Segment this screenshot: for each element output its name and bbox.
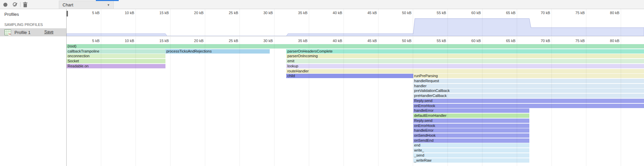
flame-bar-onsendend[interactable]: onSendEnd [413,138,529,143]
trash-icon [23,2,28,8]
ruler-tick-label: 75 kB [575,39,586,43]
clear-icon [13,2,17,6]
ruler-tick-label: 15 kB [159,39,171,43]
ruler-tick-label: 65 kB [506,39,517,43]
record-button[interactable] [2,1,9,8]
flame-bar--root-[interactable]: (root) [67,44,644,48]
flame-bar-lookup[interactable]: lookup [286,64,644,68]
flame-bar-prehandlercallback[interactable]: preHandlerCallback [413,94,644,98]
flame-bar--writeraw[interactable]: _writeRaw [413,158,529,163]
percent-glyph: % [8,33,11,36]
flame-bar-onconnection[interactable]: onconnection [67,54,165,58]
save-profile-link[interactable]: Save [44,30,53,34]
ruler-tick-label: 45 kB [367,11,378,15]
record-icon [3,3,7,7]
flame-bar-onerrorhook[interactable]: onErrorHook [413,104,644,108]
flame-bar-handleerror[interactable]: handleError [413,128,529,133]
ruler-tick-label: 10 kB [125,11,136,15]
flame-bar-reply-send[interactable]: Reply.send [413,99,644,103]
ruler-tick-label: 45 kB [367,39,378,43]
ruler-tick-label: 35 kB [298,39,309,43]
memory-profiler-panel: Chart ▼ Profiles SAMPLING PROFILES % Pro… [0,0,644,166]
ruler-tick-label: 30 kB [263,39,274,43]
ruler-tick-label: 30 kB [263,11,274,15]
flame-bar-routehandler[interactable]: routeHandler [286,69,644,73]
flame-bar-callbacktrampoline[interactable]: callbackTrampoline [67,49,165,54]
flame-chart-ruler: 5 kB10 kB15 kB20 kB25 kB30 kB35 kB40 kB4… [67,37,644,44]
overview-ruler: 5 kB10 kB15 kB20 kB25 kB30 kB35 kB40 kB4… [67,9,644,36]
ruler-tick-label: 55 kB [437,39,448,43]
ruler-tick-label: 80 kB [610,11,621,15]
view-mode-value: Chart [63,2,73,7]
allocation-chart-pane: 5 kB10 kB15 kB20 kB25 kB30 kB35 kB40 kB4… [67,9,644,166]
ruler-tick-label: 50 kB [402,39,413,43]
flame-bar--send[interactable]: _send [413,153,529,158]
sidebar-item-profile-1[interactable]: % Profile 1 Save [0,28,66,36]
flame-bar-handleerror[interactable]: handleError [413,108,529,113]
sampling-profile-icon: % [4,29,11,35]
ruler-tick-label: 25 kB [229,39,240,43]
ruler-tick-label: 25 kB [229,11,240,15]
active-tab-underline [96,0,119,1]
ruler-tick-label: 50 kB [402,11,413,15]
flame-bar-parseronheaderscomplete[interactable]: parserOnHeadersComplete [286,49,644,54]
ruler-tick-label: 5 kB [92,39,101,43]
sampling-profiles-header: SAMPLING PROFILES [4,23,43,27]
flame-bar-onerrorhook[interactable]: onErrorHook [413,124,529,128]
flame-bar-defaulterrorhandler[interactable]: defaultErrorHandler [413,113,529,118]
ruler-tick-label: 40 kB [333,39,344,43]
flame-bar-socket[interactable]: Socket [67,59,165,63]
overview-timeline[interactable]: 5 kB10 kB15 kB20 kB25 kB30 kB35 kB40 kB4… [67,9,644,36]
ruler-tick-label: 70 kB [541,39,552,43]
flame-bar-parseronincoming[interactable]: parserOnIncoming [286,54,644,58]
ruler-tick-label: 60 kB [471,39,483,43]
ruler-tick-label: 40 kB [333,11,344,15]
flame-bar-write-[interactable]: write_ [413,148,529,153]
flame-bar-onsendhook[interactable]: onSendHook [413,133,529,138]
ruler-tick-label: 10 kB [125,39,136,43]
ruler-tick-label: 35 kB [298,11,309,15]
chevron-down-icon: ▼ [107,3,110,7]
flame-bar-child[interactable]: child [286,74,413,78]
toolbar-divider [20,2,21,7]
profile-name: Profile 1 [14,30,31,35]
flame-bar-readable-on[interactable]: Readable.on [67,64,165,68]
ruler-tick-label: 15 kB [159,11,171,15]
flame-bar-processticksandrejections[interactable]: processTicksAndRejections [165,49,270,54]
overview-left-handle[interactable] [67,11,68,16]
sidebar-title: Profiles [4,12,19,17]
flame-bar-reply-send[interactable]: Reply.send [413,119,529,123]
flame-bar-end[interactable]: end [413,143,529,147]
flame-bar-runpreparsing[interactable]: runPreParsing [413,74,644,78]
ruler-tick-label: 55 kB [437,11,448,15]
ruler-tick-label: 20 kB [194,11,205,15]
ruler-tick-label: 5 kB [92,11,101,15]
flame-bar-handlerequest[interactable]: handleRequest [413,79,644,83]
flame-bar-prevalidationcallback[interactable]: preValidationCallback [413,89,644,93]
ruler-tick-label: 70 kB [541,11,552,15]
delete-profile-button[interactable] [22,1,29,8]
profiles-sidebar: Profiles SAMPLING PROFILES % Profile 1 S… [0,9,67,166]
ruler-tick-label: 65 kB [506,11,517,15]
clear-button[interactable] [11,1,19,8]
profiler-toolbar: Chart ▼ [0,0,644,9]
flame-bar-emit[interactable]: emit [286,59,644,63]
flame-chart[interactable]: _writeRaw_sendwrite_endonSendEndonSendHo… [67,44,644,166]
ruler-tick-label: 75 kB [575,11,586,15]
ruler-tick-label: 20 kB [194,39,205,43]
ruler-tick-label: 60 kB [471,11,483,15]
flame-bar-handler[interactable]: handler [413,84,644,88]
view-mode-select[interactable]: Chart ▼ [59,1,114,9]
ruler-tick-label: 80 kB [610,39,621,43]
